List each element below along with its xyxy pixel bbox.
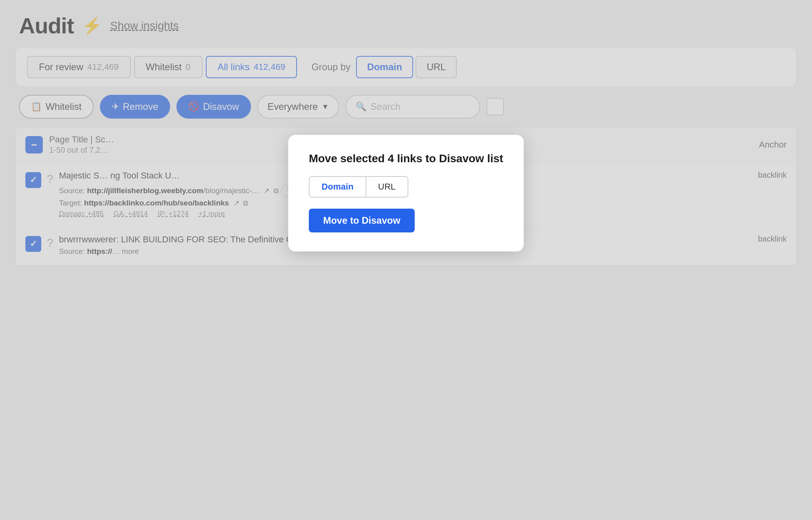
disavow-modal: Move selected 4 links to Disavow list Do…	[288, 135, 524, 251]
page-wrapper: Audit ⚡ Show insights For review 412,469…	[0, 0, 812, 520]
move-to-disavow-button[interactable]: Move to Disavow	[309, 209, 415, 232]
modal-overlay	[0, 0, 812, 520]
modal-tab-group: Domain URL	[309, 176, 408, 198]
modal-url-tab[interactable]: URL	[366, 177, 408, 197]
modal-title: Move selected 4 links to Disavow list	[309, 152, 503, 165]
modal-domain-tab[interactable]: Domain	[310, 177, 366, 197]
